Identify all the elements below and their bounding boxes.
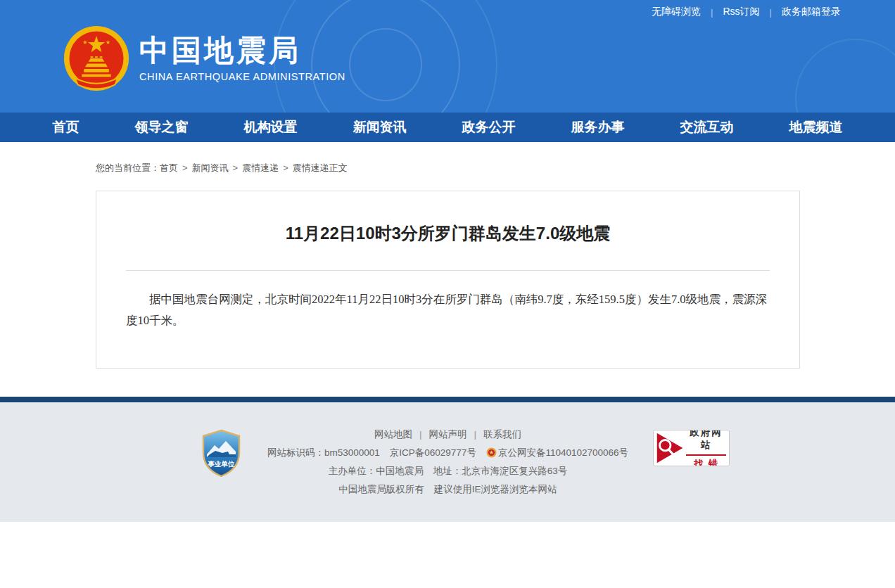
breadcrumb-prefix: 您的当前位置： (96, 162, 160, 173)
article-title: 11月22日10时3分所罗门群岛发生7.0级地震 (126, 222, 770, 245)
police-badge-icon (486, 447, 497, 458)
site-header: 无障碍浏览 | Rss订阅 | 政务邮箱登录 中国地震局 (0, 0, 895, 113)
nav-item-news[interactable]: 新闻资讯 (353, 113, 407, 142)
browser-tip: 建议使用IE浏览器浏览本网站 (434, 484, 557, 494)
breadcrumb-separator: > (233, 162, 239, 173)
address: 地址：北京市海淀区复兴路63号 (433, 466, 568, 476)
site-footer: 事业单位 网站地图|网站声明|联系我们 网站标识码：bm53000001京ICP… (0, 402, 895, 522)
site-title: 中国地震局 (139, 34, 345, 67)
article-body: 据中国地震台网测定，北京时间2022年11月22日10时3分在所罗门群岛（南纬9… (126, 289, 770, 331)
gov-site-error-report-badge[interactable]: 政府网站 找错 (653, 430, 730, 466)
nav-item-gov-disclosure[interactable]: 政务公开 (462, 113, 516, 142)
site-id-code: 网站标识码：bm53000001 (267, 447, 380, 458)
sitemap-link[interactable]: 网站地图 (374, 429, 412, 440)
site-brand[interactable]: 中国地震局 CHINA EARTHQUAKE ADMINISTRATION (63, 25, 345, 91)
divider: | (419, 429, 422, 440)
breadcrumb: 您的当前位置：首页>新闻资讯>震情速递>震情速递正文 (0, 142, 895, 174)
breadcrumb-home[interactable]: 首页 (160, 162, 178, 173)
badge-right-title: 政府网站 (686, 430, 726, 456)
rss-link[interactable]: Rss订阅 (723, 6, 759, 18)
contact-us-link[interactable]: 联系我们 (483, 429, 521, 440)
corner-wave-decoration (795, 39, 895, 113)
divider: | (474, 429, 477, 440)
article-container: 11月22日10时3分所罗门群岛发生7.0级地震 据中国地震台网测定，北京时间2… (96, 191, 800, 369)
footer-divider-bar (0, 397, 895, 402)
nav-item-interaction[interactable]: 交流互动 (680, 113, 734, 142)
police-registration-link[interactable]: 京公网安备11040102700066号 (498, 447, 628, 458)
organizer: 主办单位：中国地震局 (329, 466, 424, 476)
breadcrumb-current: 震情速递正文 (293, 162, 348, 173)
gov-mail-login-link[interactable]: 政务邮箱登录 (782, 6, 841, 18)
utility-bar: 无障碍浏览 | Rss订阅 | 政务邮箱登录 (652, 6, 841, 18)
main-navigation: 首页 领导之窗 机构设置 新闻资讯 政务公开 服务办事 交流互动 地震频道 (0, 113, 895, 142)
magnifier-flag-icon (654, 430, 686, 466)
nav-item-organization[interactable]: 机构设置 (244, 113, 298, 142)
breadcrumb-separator: > (283, 162, 288, 173)
breadcrumb-separator: > (182, 162, 188, 173)
site-title-english: CHINA EARTHQUAKE ADMINISTRATION (139, 71, 345, 82)
national-emblem-logo (63, 25, 129, 91)
divider: | (711, 7, 713, 18)
nav-item-home[interactable]: 首页 (53, 113, 80, 142)
nav-item-earthquake-channel[interactable]: 地震频道 (789, 113, 843, 142)
badge-right-action: 找错 (686, 458, 726, 467)
copyright: 中国地震局版权所有 (338, 484, 424, 494)
divider: | (770, 7, 772, 18)
nav-item-services[interactable]: 服务办事 (571, 113, 625, 142)
nav-item-leadership[interactable]: 领导之窗 (135, 113, 189, 142)
breadcrumb-news[interactable]: 新闻资讯 (192, 162, 229, 173)
site-statement-link[interactable]: 网站声明 (429, 429, 467, 440)
footer-copyright-row: 中国地震局版权所有建议使用IE浏览器浏览本网站 (96, 480, 800, 499)
icp-number: 京ICP备06029777号 (390, 447, 476, 458)
title-divider (126, 270, 770, 271)
breadcrumb-quake-bulletin[interactable]: 震情速递 (242, 162, 279, 173)
accessibility-link[interactable]: 无障碍浏览 (652, 6, 701, 18)
